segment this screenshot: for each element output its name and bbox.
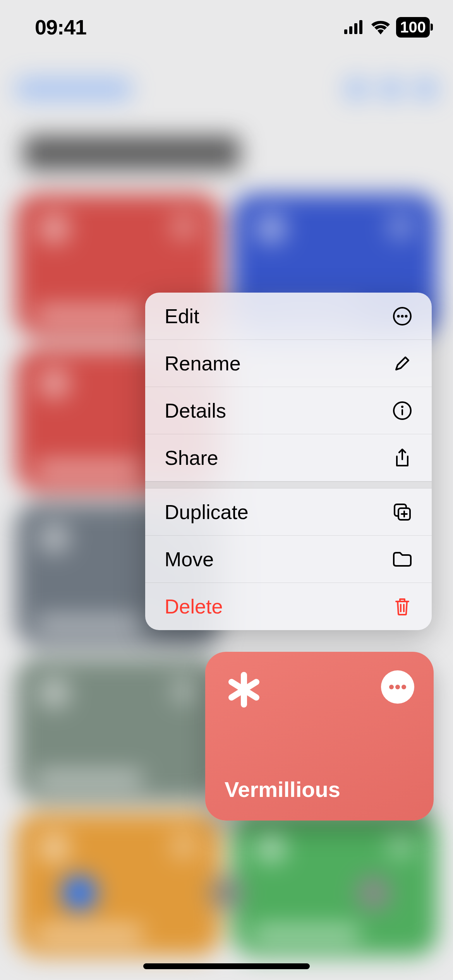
bg-action-3 <box>414 77 438 101</box>
svg-rect-3 <box>359 20 362 34</box>
bg-tile-6 <box>15 813 221 956</box>
battery-icon: 100 <box>396 17 430 38</box>
menu-label-duplicate: Duplicate <box>165 500 249 524</box>
wifi-icon <box>371 20 391 34</box>
bg-action-1 <box>345 77 368 101</box>
trash-icon <box>392 596 412 617</box>
menu-label-delete: Delete <box>165 595 223 618</box>
svg-point-9 <box>401 406 403 408</box>
bg-tile-5 <box>15 658 221 801</box>
duplicate-icon <box>392 502 412 522</box>
menu-label-edit: Edit <box>165 305 199 328</box>
context-menu: Edit Rename Details Share Duplicate Move <box>145 293 432 630</box>
card-more-button[interactable] <box>381 670 414 704</box>
share-icon <box>392 448 412 468</box>
menu-label-move: Move <box>165 548 214 571</box>
home-indicator[interactable] <box>143 963 310 969</box>
menu-item-edit[interactable]: Edit <box>145 293 432 340</box>
svg-point-7 <box>405 315 408 317</box>
status-bar: 09:41 100 <box>0 0 453 54</box>
menu-item-share[interactable]: Share <box>145 434 432 481</box>
menu-item-rename[interactable]: Rename <box>145 340 432 387</box>
svg-rect-0 <box>344 29 347 34</box>
shortcut-card[interactable]: Vermillious <box>205 652 434 821</box>
status-indicators: 100 <box>344 17 430 38</box>
svg-point-5 <box>397 315 400 317</box>
menu-label-rename: Rename <box>165 352 241 375</box>
bg-tile-7 <box>232 813 438 956</box>
menu-separator <box>145 481 432 488</box>
shortcut-title: Vermillious <box>225 777 414 802</box>
pencil-icon <box>392 353 412 373</box>
svg-rect-10 <box>402 409 403 415</box>
info-circle-icon <box>392 401 412 421</box>
menu-item-duplicate[interactable]: Duplicate <box>145 488 432 536</box>
cellular-icon <box>344 20 365 34</box>
bg-back-button <box>15 77 132 101</box>
folder-icon <box>392 549 412 569</box>
svg-rect-1 <box>349 26 352 34</box>
svg-point-13 <box>389 685 394 689</box>
svg-point-14 <box>395 685 400 689</box>
bg-page-title <box>23 135 240 170</box>
svg-rect-2 <box>354 23 357 34</box>
bg-tab-2 <box>209 875 244 910</box>
menu-item-details[interactable]: Details <box>145 387 432 434</box>
svg-point-6 <box>401 315 404 317</box>
menu-item-move[interactable]: Move <box>145 536 432 583</box>
asterisk-icon <box>225 670 263 709</box>
status-time: 09:41 <box>35 15 86 39</box>
svg-point-15 <box>402 685 406 689</box>
ellipsis-circle-icon <box>392 306 412 326</box>
bg-action-2 <box>379 77 403 101</box>
menu-item-delete[interactable]: Delete <box>145 583 432 630</box>
menu-label-share: Share <box>165 446 218 469</box>
bg-tab-3 <box>356 875 391 910</box>
bg-tab-1 <box>62 875 97 910</box>
menu-label-details: Details <box>165 399 226 422</box>
